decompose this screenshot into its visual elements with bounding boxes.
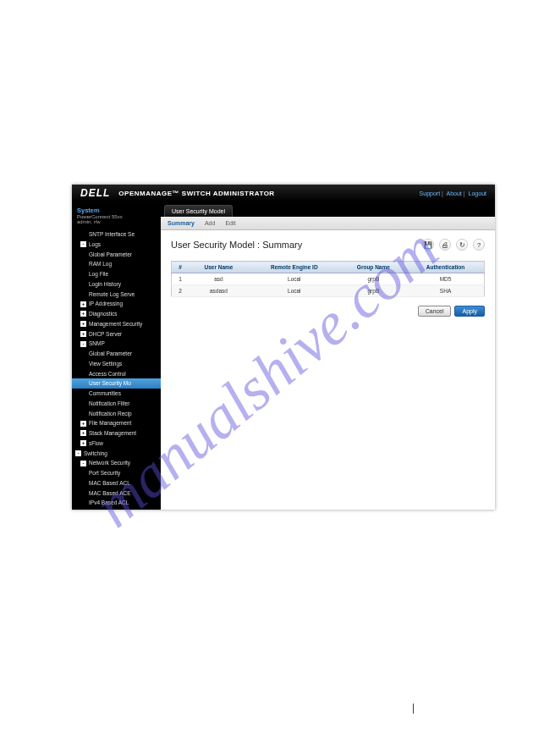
sidebar-item[interactable]: +Stack Management — [72, 428, 161, 439]
table-row[interactable]: 2asdasdLocalgrpBSHA — [172, 285, 485, 297]
sidebar-item-label: IP Addressing — [89, 300, 123, 308]
cell-auth: SHA — [407, 285, 484, 297]
sidebar-item-label: IPv4 Based ACL — [89, 499, 129, 507]
cell-auth: MD5 — [407, 273, 484, 285]
subtab-summary[interactable]: Summary — [168, 220, 195, 226]
page-separator: | — [412, 702, 415, 714]
col-auth: Authentication — [407, 262, 484, 273]
sidebar-item[interactable]: +Management Security — [72, 319, 161, 329]
sidebar-item-label: File Management — [89, 419, 131, 428]
table-row[interactable]: 1asdLocalgrpBMD5 — [172, 273, 485, 285]
expand-icon[interactable]: + — [80, 301, 86, 307]
sidebar-item[interactable]: Remote Log Serve — [72, 290, 161, 300]
sidebar-item[interactable]: MAC Based ACL — [72, 478, 161, 488]
product-name: OPENMANAGE™ SWITCH ADMINISTRATOR — [118, 190, 274, 197]
user-security-table: # User Name Remote Engine ID Group Name … — [171, 261, 485, 297]
col-username: User Name — [189, 262, 249, 273]
sidebar-item-label: Communities — [89, 389, 121, 398]
cell-idx: 2 — [172, 285, 190, 297]
sidebar-item[interactable]: MAC Based ACE — [72, 488, 161, 499]
sidebar-item[interactable]: IPv4 Based ACL — [72, 498, 161, 508]
col-index: # — [172, 262, 190, 273]
col-group: Group Name — [340, 262, 408, 273]
sidebar-item-label: Port Security — [89, 469, 120, 477]
sidebar-item-label: Access Control — [89, 370, 126, 378]
sidebar-item[interactable]: RAM Log — [72, 259, 161, 269]
subtab-edit[interactable]: Edit — [225, 220, 235, 226]
sidebar-item[interactable]: +sFlow — [72, 439, 161, 449]
sidebar-item-label: Stack Management — [89, 429, 136, 438]
collapse-icon[interactable]: - — [80, 461, 86, 466]
sidebar-item[interactable]: View Settings — [72, 359, 161, 369]
header-links: Support| About| Logout — [420, 190, 486, 196]
brand-logo: DELL OPENMANAGE™ SWITCH ADMINISTRATOR — [80, 187, 275, 199]
sidebar-item[interactable]: SNTP Interface Se — [72, 229, 161, 240]
expand-icon[interactable]: + — [80, 321, 86, 327]
sidebar-item-label: Remote Log Serve — [89, 290, 135, 299]
sidebar-item[interactable]: Notification Recip — [72, 409, 161, 419]
support-link[interactable]: Support — [420, 190, 441, 196]
print-icon[interactable]: 🖨 — [439, 239, 451, 251]
cell-group: grpB — [340, 285, 408, 297]
sidebar-item[interactable]: -Logs — [72, 240, 161, 250]
sidebar-item[interactable]: Port Security — [72, 468, 161, 478]
sidebar-item[interactable]: Global Parameter — [72, 250, 161, 260]
sidebar-item[interactable]: -Switching — [72, 449, 161, 459]
cell-engine: Local — [249, 273, 340, 285]
sidebar-item[interactable]: +IP Addressing — [72, 299, 161, 309]
sidebar-item[interactable]: +DHCP Server — [72, 329, 161, 339]
sidebar-item-label: Diagnostics — [89, 310, 118, 318]
expand-icon[interactable]: + — [80, 311, 86, 317]
refresh-icon[interactable]: ↻ — [456, 239, 468, 251]
sidebar: System PowerConnect 55xx admin, r/w SNTP… — [72, 201, 161, 510]
sidebar-item[interactable]: Communities — [72, 389, 161, 399]
collapse-icon[interactable]: - — [80, 341, 86, 347]
cell-engine: Local — [249, 285, 340, 297]
system-label: System — [77, 207, 156, 214]
content-area: User Security Model Summary Add Edit Use… — [161, 201, 495, 510]
nav-tree: SNTP Interface Se-LogsGlobal ParameterRA… — [72, 228, 161, 510]
cell-idx: 1 — [172, 273, 190, 285]
toolbar: 💾 🖨 ↻ ? — [422, 239, 485, 251]
expand-icon[interactable]: + — [80, 430, 86, 436]
sidebar-item-label: Login History — [89, 280, 121, 289]
apply-button[interactable]: Apply — [454, 306, 485, 317]
sidebar-item[interactable]: Global Parameter — [72, 349, 161, 359]
tab-bar: User Security Model — [161, 201, 495, 217]
subtab-add[interactable]: Add — [205, 220, 215, 226]
sidebar-item[interactable]: +File Management — [72, 418, 161, 428]
expand-icon[interactable]: + — [80, 440, 86, 446]
subtab-bar: Summary Add Edit — [161, 217, 495, 230]
expand-icon[interactable]: + — [80, 331, 86, 337]
sidebar-item-label: Management Security — [89, 320, 142, 328]
sidebar-item[interactable]: Notification Filter — [72, 399, 161, 409]
help-icon[interactable]: ? — [473, 239, 485, 251]
collapse-icon[interactable]: - — [80, 241, 86, 247]
expand-icon[interactable]: + — [80, 421, 86, 427]
brand-name: DELL — [80, 187, 110, 199]
sidebar-item-label: Log File — [89, 270, 108, 279]
user-role: admin, r/w — [77, 219, 156, 224]
sidebar-item[interactable]: +Diagnostics — [72, 309, 161, 319]
sidebar-item[interactable]: -SNMP — [72, 339, 161, 349]
header-bar: DELL OPENMANAGE™ SWITCH ADMINISTRATOR Su… — [72, 185, 495, 201]
cell-user: asd — [189, 273, 249, 285]
sidebar-item[interactable]: Access Control — [72, 369, 161, 379]
sidebar-item-label: DHCP Server — [89, 330, 122, 339]
sidebar-item-label: View Settings — [89, 360, 122, 368]
collapse-icon[interactable]: - — [75, 450, 81, 456]
sidebar-item[interactable]: -Network Security — [72, 458, 161, 468]
page-body: User Security Model : Summary 💾 🖨 ↻ ? # … — [161, 230, 495, 510]
app-window: DELL OPENMANAGE™ SWITCH ADMINISTRATOR Su… — [72, 185, 495, 510]
logout-link[interactable]: Logout — [469, 190, 486, 196]
sidebar-item[interactable]: User Security Mo — [72, 378, 161, 389]
about-link[interactable]: About — [447, 190, 462, 196]
save-icon[interactable]: 💾 — [422, 239, 434, 251]
sidebar-item-label: Notification Filter — [89, 400, 129, 408]
tab-user-security-model[interactable]: User Security Model — [164, 205, 233, 217]
cancel-button[interactable]: Cancel — [418, 306, 452, 317]
sidebar-item[interactable]: Log File — [72, 269, 161, 279]
action-row: Cancel Apply — [171, 306, 485, 317]
sidebar-item-label: sFlow — [89, 439, 103, 448]
sidebar-item[interactable]: Login History — [72, 279, 161, 290]
